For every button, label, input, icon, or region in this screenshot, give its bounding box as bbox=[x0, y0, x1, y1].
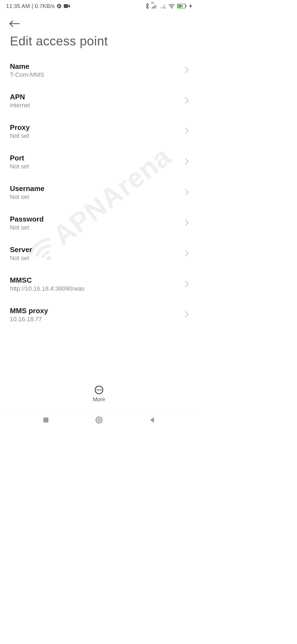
setting-value: Not set bbox=[10, 132, 181, 140]
setting-label: Password bbox=[10, 215, 181, 223]
svg-point-17 bbox=[100, 389, 101, 391]
back-button[interactable] bbox=[8, 17, 21, 30]
svg-point-16 bbox=[98, 389, 100, 391]
setting-label: Port bbox=[10, 154, 181, 162]
gear-icon bbox=[56, 3, 62, 9]
setting-row-password[interactable]: PasswordNot set bbox=[10, 208, 189, 238]
chevron-right-icon bbox=[184, 158, 189, 165]
svg-rect-5 bbox=[160, 7, 161, 9]
square-icon bbox=[43, 417, 49, 423]
circle-icon bbox=[95, 416, 103, 424]
svg-rect-6 bbox=[161, 6, 162, 9]
setting-row-text: MMSChttp://10.16.18.4:38090/was bbox=[10, 276, 181, 292]
setting-row-apn[interactable]: APNinternet bbox=[10, 86, 189, 116]
nav-home-button[interactable] bbox=[92, 413, 106, 427]
setting-value: T-Com-MMS bbox=[10, 71, 181, 78]
chevron-right-icon bbox=[184, 188, 189, 196]
setting-chevron bbox=[184, 97, 189, 105]
triangle-left-icon bbox=[149, 417, 155, 423]
svg-rect-2 bbox=[153, 6, 154, 9]
setting-label: Proxy bbox=[10, 123, 181, 132]
svg-rect-11 bbox=[186, 5, 187, 7]
setting-row-server[interactable]: ServerNot set bbox=[10, 238, 189, 269]
setting-row-mms_proxy[interactable]: MMS proxy10.16.18.77 bbox=[10, 299, 189, 330]
setting-value: Not set bbox=[10, 193, 181, 201]
status-bar: 11:35 AM | 0.7KB/s 4G bbox=[0, 0, 198, 12]
setting-chevron bbox=[184, 127, 189, 136]
video-icon bbox=[64, 3, 70, 9]
signal-sim1-icon: 4G bbox=[152, 4, 158, 9]
setting-label: Server bbox=[10, 245, 181, 254]
svg-rect-1 bbox=[152, 7, 153, 9]
setting-value: Not set bbox=[10, 224, 181, 231]
setting-row-text: NameT-Com-MMS bbox=[10, 62, 181, 78]
signal-4g-label: 4G bbox=[151, 1, 154, 4]
setting-row-mmsc[interactable]: MMSChttp://10.16.18.4:38090/was bbox=[10, 269, 189, 299]
status-net-speed: 0.7KB/s bbox=[35, 3, 54, 9]
chevron-right-icon bbox=[184, 66, 189, 74]
setting-row-text: PasswordNot set bbox=[10, 215, 181, 231]
setting-chevron bbox=[184, 188, 189, 197]
setting-value: internet bbox=[10, 102, 181, 109]
status-time: 11:35 AM bbox=[6, 3, 30, 9]
more-icon bbox=[94, 385, 104, 395]
arrow-left-icon bbox=[9, 20, 20, 28]
setting-row-text: PortNot set bbox=[10, 154, 181, 170]
charging-icon bbox=[189, 4, 192, 9]
setting-chevron bbox=[184, 158, 189, 167]
signal-sim2-icon bbox=[160, 4, 166, 9]
status-left: 11:35 AM | 0.7KB/s bbox=[6, 3, 70, 9]
bottom-dock: More bbox=[0, 377, 198, 411]
setting-label: MMS proxy bbox=[10, 307, 181, 315]
setting-row-name[interactable]: NameT-Com-MMS bbox=[10, 55, 189, 86]
chevron-right-icon bbox=[184, 249, 189, 257]
nav-recent-button[interactable] bbox=[39, 413, 53, 427]
svg-rect-18 bbox=[43, 417, 48, 422]
setting-row-text: ProxyNot set bbox=[10, 123, 181, 140]
system-nav-bar bbox=[0, 411, 198, 429]
chevron-right-icon bbox=[184, 127, 189, 135]
setting-row-port[interactable]: PortNot set bbox=[10, 147, 189, 177]
settings-list[interactable]: NameT-Com-MMSAPNinternetProxyNot setPort… bbox=[0, 55, 198, 330]
chevron-right-icon bbox=[184, 310, 189, 318]
svg-point-20 bbox=[97, 418, 101, 422]
header-row bbox=[0, 12, 198, 31]
setting-label: Name bbox=[10, 62, 181, 71]
setting-row-text: MMS proxy10.16.18.77 bbox=[10, 307, 181, 323]
status-divider: | bbox=[32, 3, 33, 9]
more-button[interactable]: More bbox=[93, 385, 105, 403]
svg-rect-0 bbox=[64, 4, 68, 8]
svg-point-9 bbox=[171, 8, 172, 9]
setting-value: Not set bbox=[10, 163, 181, 170]
setting-chevron bbox=[184, 219, 189, 228]
setting-row-proxy[interactable]: ProxyNot set bbox=[10, 116, 189, 147]
setting-chevron bbox=[184, 66, 189, 75]
setting-value: Not set bbox=[10, 255, 181, 262]
svg-rect-7 bbox=[163, 5, 164, 9]
setting-row-username[interactable]: UsernameNot set bbox=[10, 177, 189, 208]
chevron-right-icon bbox=[184, 97, 189, 104]
battery-icon: 38 bbox=[177, 4, 187, 9]
setting-label: APN bbox=[10, 93, 181, 101]
setting-row-text: ServerNot set bbox=[10, 245, 181, 262]
svg-rect-3 bbox=[155, 5, 155, 9]
setting-row-text: UsernameNot set bbox=[10, 184, 181, 201]
status-right: 4G 38 bbox=[145, 3, 192, 9]
page-title: Edit access point bbox=[0, 31, 198, 55]
setting-chevron bbox=[184, 249, 189, 258]
chevron-right-icon bbox=[184, 280, 189, 288]
setting-label: MMSC bbox=[10, 276, 181, 285]
nav-back-button[interactable] bbox=[145, 413, 159, 427]
setting-value: 10.16.18.77 bbox=[10, 316, 181, 323]
bluetooth-icon bbox=[145, 3, 150, 9]
setting-chevron bbox=[184, 280, 189, 289]
setting-chevron bbox=[184, 310, 189, 319]
more-label: More bbox=[93, 396, 105, 403]
battery-percent-text: 38 bbox=[180, 5, 183, 8]
svg-point-15 bbox=[97, 389, 98, 391]
setting-label: Username bbox=[10, 184, 181, 193]
setting-row-text: APNinternet bbox=[10, 93, 181, 109]
wifi-icon bbox=[168, 3, 175, 9]
setting-value: http://10.16.18.4:38090/was bbox=[10, 285, 181, 292]
chevron-right-icon bbox=[184, 219, 189, 227]
